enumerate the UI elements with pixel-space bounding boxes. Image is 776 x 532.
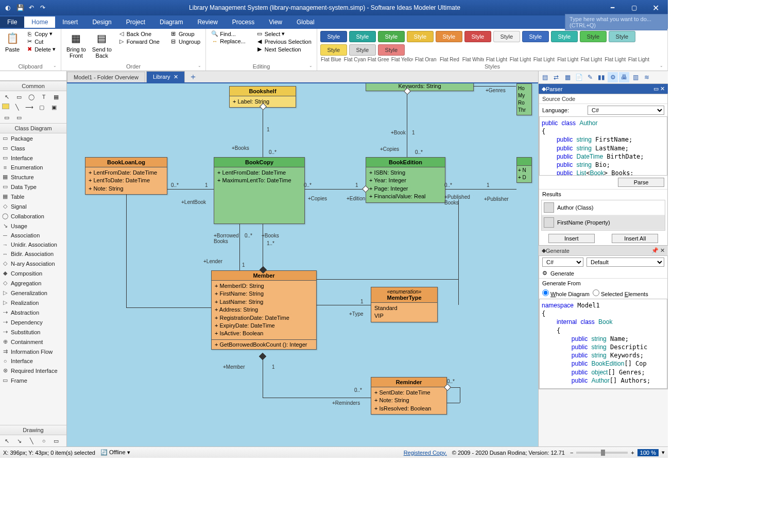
style-swatch[interactable]: Style bbox=[436, 31, 462, 42]
undo-icon[interactable]: ↶ bbox=[27, 3, 36, 12]
style-swatch[interactable]: Style bbox=[349, 31, 376, 42]
menu-process[interactable]: Process bbox=[225, 16, 262, 28]
menu-project[interactable]: Project bbox=[119, 16, 152, 28]
style-swatch[interactable]: Style bbox=[349, 44, 376, 56]
style-swatch[interactable]: Style bbox=[407, 31, 434, 42]
bring-front-button[interactable]: ▦Bring to Front bbox=[64, 30, 88, 60]
panel-icon[interactable]: ▥ bbox=[630, 72, 641, 82]
draw-pointer-icon[interactable]: ↖ bbox=[2, 437, 11, 444]
tool-unidir-association[interactable]: →Unidir. Association bbox=[0, 240, 66, 249]
style-swatch[interactable]: Style bbox=[320, 44, 347, 56]
panel-icon[interactable]: ▤ bbox=[540, 72, 550, 82]
style-swatch[interactable]: Style bbox=[378, 44, 405, 56]
parse-button[interactable]: Parse bbox=[618, 178, 664, 187]
diagram-canvas[interactable]: Bookshelf + Label: String Keywords: Stri… bbox=[67, 83, 538, 447]
close-icon[interactable]: ✕ bbox=[174, 74, 178, 80]
menu-global[interactable]: Global bbox=[289, 16, 322, 28]
style-swatch[interactable]: Style bbox=[320, 31, 347, 42]
shape-line-icon[interactable]: ╲ bbox=[12, 104, 22, 111]
panel-icon[interactable]: ✎ bbox=[585, 72, 595, 82]
zoom-dropdown-icon[interactable]: ▾ bbox=[662, 449, 665, 456]
tool-usage[interactable]: ↘Usage bbox=[0, 221, 66, 231]
tool-bidir-association[interactable]: ↔Bidir. Association bbox=[0, 249, 66, 259]
shape-tab-icon[interactable]: ▭ bbox=[2, 114, 11, 121]
zoom-out-button[interactable]: − bbox=[570, 450, 573, 456]
tool-data-type[interactable]: ▭Data Type bbox=[0, 182, 66, 192]
tool-containment[interactable]: ⊕Containment bbox=[0, 337, 66, 347]
doc-tab-library[interactable]: Library✕ bbox=[146, 71, 185, 82]
panel-icon[interactable]: ⇄ bbox=[551, 72, 561, 82]
delete-button[interactable]: ✖Delete ▾ bbox=[24, 45, 58, 53]
style-swatch[interactable]: Style bbox=[551, 31, 578, 42]
tool-required-interface[interactable]: ⊗Required Interface bbox=[0, 366, 66, 375]
shape-rect-icon[interactable]: ▭ bbox=[14, 93, 24, 100]
doc-tab-model1[interactable]: Model1 - Folder Overview bbox=[67, 72, 145, 82]
offline-indicator[interactable]: 🔄 Offline ▾ bbox=[100, 449, 130, 456]
tool-dependency[interactable]: ⇢Dependency bbox=[0, 317, 66, 327]
next-sel-button[interactable]: ▶Next Selection bbox=[254, 45, 314, 53]
draw-arrow-icon[interactable]: ↘ bbox=[14, 437, 24, 444]
tool-enumeration[interactable]: ≡Enumeration bbox=[0, 163, 66, 172]
shape-text-icon[interactable]: T bbox=[39, 93, 48, 100]
redo-icon[interactable]: ↷ bbox=[38, 3, 47, 12]
shape-ellipse-icon[interactable]: ◯ bbox=[27, 93, 36, 100]
tool-class[interactable]: ▭Class bbox=[0, 143, 66, 153]
style-swatch[interactable]: Style bbox=[493, 31, 520, 42]
maximize-button[interactable]: ▢ bbox=[624, 1, 644, 15]
close-button[interactable]: ✕ bbox=[645, 1, 666, 15]
send-back-button[interactable]: ▤Send to Back bbox=[90, 30, 114, 60]
tool-package[interactable]: ▭Package bbox=[0, 133, 66, 143]
group-button[interactable]: ⊞Group bbox=[168, 30, 202, 38]
shape-tab2-icon[interactable]: ▭ bbox=[14, 114, 24, 121]
style-swatch[interactable]: Style bbox=[609, 31, 635, 42]
tool-n-ary-association[interactable]: ◇N-ary Association bbox=[0, 259, 66, 268]
generated-code-box[interactable]: namespace Model1 { internal class Book {… bbox=[539, 299, 667, 389]
tell-me-search[interactable]: Type here what you want to do... (CTRL+Q… bbox=[565, 14, 668, 30]
shape-container-icon[interactable]: ▣ bbox=[49, 104, 59, 111]
tool-table[interactable]: ▦Table bbox=[0, 192, 66, 201]
tool-information-flow[interactable]: ⇉Information Flow bbox=[0, 347, 66, 356]
style-swatch[interactable]: Style bbox=[378, 31, 405, 42]
generate-lang-select[interactable]: C# bbox=[542, 258, 583, 267]
panel-icon[interactable]: 🖶 bbox=[619, 72, 629, 82]
find-button[interactable]: 🔍Find... bbox=[209, 30, 248, 38]
class-member[interactable]: Member + MemberID: String+ FirstName: St… bbox=[211, 270, 317, 350]
prev-sel-button[interactable]: ◀Previous Selection bbox=[254, 38, 314, 45]
insert-all-button[interactable]: Insert All bbox=[612, 234, 658, 243]
draw-circle-icon[interactable]: ○ bbox=[39, 437, 48, 444]
shape-pointer-icon[interactable]: ↖ bbox=[2, 93, 11, 100]
class-publisher-partial[interactable]: + N+ D bbox=[516, 157, 532, 183]
panel-icon[interactable]: ▦ bbox=[562, 72, 573, 82]
ungroup-button[interactable]: ⊟Ungroup bbox=[168, 38, 202, 45]
back-one-button[interactable]: ◁Back One bbox=[116, 30, 162, 38]
shape-note-icon[interactable] bbox=[2, 104, 9, 109]
panel-icon[interactable]: ≋ bbox=[642, 72, 652, 82]
menu-home[interactable]: Home bbox=[24, 16, 55, 28]
class-bookedition[interactable]: BookEdition + ISBN: String + Year: Integ… bbox=[366, 157, 445, 203]
panel-icon[interactable]: ⚙ bbox=[608, 72, 618, 82]
forward-one-button[interactable]: ▷Forward One bbox=[116, 38, 162, 45]
result-item-class[interactable]: Author (Class) bbox=[542, 200, 665, 215]
tool-frame[interactable]: ▭Frame bbox=[0, 375, 66, 385]
tool-aggregation[interactable]: ◇Aggregation bbox=[0, 278, 66, 288]
parser-panel-header[interactable]: ◆ Parser▭ ✕ bbox=[539, 84, 668, 94]
menu-file[interactable]: File bbox=[0, 16, 24, 28]
tool-structure[interactable]: ▦Structure bbox=[0, 172, 66, 182]
tool-realization[interactable]: ▷Realization bbox=[0, 298, 66, 307]
zoom-in-button[interactable]: + bbox=[631, 450, 634, 456]
class-bookloanlog[interactable]: BookLoanLog + LentFromDate: DateTime + L… bbox=[85, 157, 167, 195]
toolbox-section-drawing[interactable]: Drawing bbox=[0, 425, 66, 435]
zoom-slider[interactable] bbox=[576, 452, 628, 454]
panel-icon[interactable]: ▮▮ bbox=[596, 72, 607, 82]
menu-design[interactable]: Design bbox=[85, 16, 118, 28]
class-membertype[interactable]: «enumeration»MemberType StandardVIP bbox=[371, 287, 438, 322]
radio-whole-diagram[interactable]: WWhole Diagramhole Diagram bbox=[542, 289, 590, 297]
draw-rect-icon[interactable]: ▭ bbox=[51, 437, 61, 444]
cut-button[interactable]: ✂Cut bbox=[24, 38, 58, 45]
insert-button[interactable]: Insert bbox=[548, 234, 595, 243]
shape-connector-icon[interactable]: ⟶ bbox=[25, 104, 34, 111]
radio-selected-elements[interactable]: Selected Elements bbox=[593, 289, 648, 297]
class-bookcopy[interactable]: BookCopy + LentFromDate: DateTime + Maxi… bbox=[214, 157, 305, 224]
tool-collaboration[interactable]: ◯Collaboration bbox=[0, 211, 66, 221]
copy-button[interactable]: ⎘Copy ▾ bbox=[24, 30, 58, 38]
